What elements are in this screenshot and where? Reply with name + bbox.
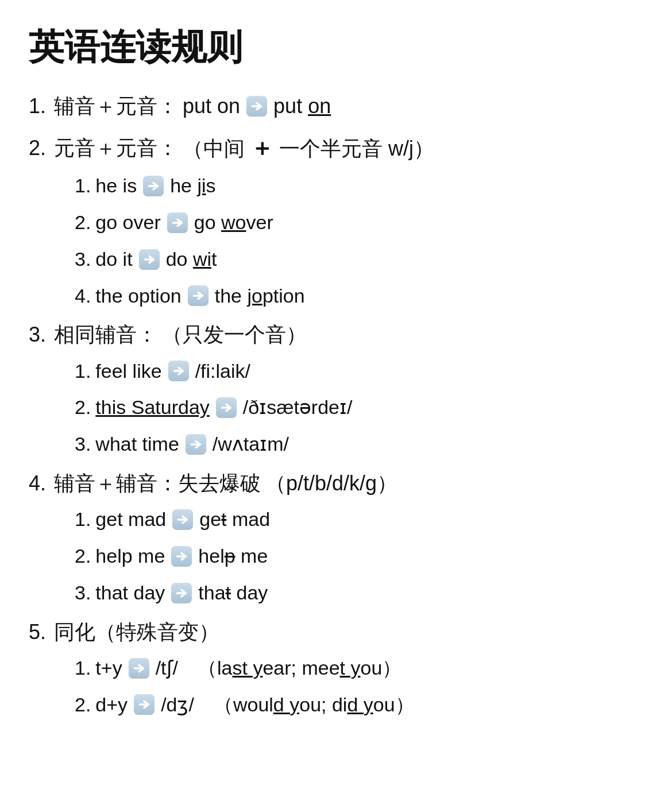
- arrow-icon-4-1: [172, 509, 194, 531]
- rule-4: 4. 辅音＋辅音：失去爆破 （p/t/b/d/k/g） 1. get mad g…: [29, 466, 643, 610]
- rule-2-sub-3: 3. do it do wit: [75, 243, 643, 276]
- rule-1: 1. 辅音＋元音： put on put on: [29, 88, 643, 123]
- arrow-icon-3-2: [215, 397, 237, 419]
- rule-5-sub-list: 1. t+y /tʃ/ （last year; meet you） 2. d+y: [75, 652, 643, 722]
- rule-4-sub-2: 2. help me help me: [75, 540, 643, 573]
- arrow-icon-4-2: [171, 545, 192, 567]
- rule-5: 5. 同化（特殊音变） 1. t+y /tʃ/ （last year; meet…: [29, 614, 643, 722]
- rule-3-sub-list: 1. feel like /fi:laik/ 2. this Saturday: [75, 355, 643, 461]
- page-title: 英语连读规则: [29, 23, 643, 71]
- rule-2: 2. 元音＋元音： （中间 ＋ 一个半元音 w/j） 1. he is he j…: [29, 128, 643, 312]
- arrow-icon-2-3: [138, 249, 160, 270]
- rules-list: 1. 辅音＋元音： put on put on 2. 元音＋元音： （中间: [29, 88, 643, 721]
- rule-4-sub-3: 3. that day that day: [75, 576, 643, 610]
- rule-3: 3. 相同辅音： （只发一个音） 1. feel like /fi:laik/ …: [29, 317, 643, 461]
- rule-4-label: 4. 辅音＋辅音：失去爆破 （p/t/b/d/k/g）: [29, 466, 643, 501]
- rule-2-sub-4: 4. the option the joption: [75, 280, 643, 313]
- rule-5-label: 5. 同化（特殊音变）: [29, 614, 643, 649]
- arrow-icon-2-2: [167, 212, 188, 234]
- arrow-icon-3-1: [168, 360, 190, 382]
- rule-2-label: 2. 元音＋元音： （中间 ＋ 一个半元音 w/j）: [29, 128, 643, 167]
- rule-4-sub-1: 1. get mad get mad: [75, 503, 643, 536]
- arrow-icon-2-4: [187, 285, 209, 307]
- rule-4-sub-list: 1. get mad get mad 2. help me: [75, 503, 643, 609]
- rule-1-label: 1. 辅音＋元音： put on put on: [29, 88, 643, 123]
- rule-2-sub-2: 2. go over go wover: [75, 206, 643, 239]
- rule-5-sub-2: 2. d+y /dʒ/ （would you; did you）: [75, 688, 643, 722]
- arrow-icon-3-3: [185, 434, 207, 455]
- rule-2-sub-1: 1. he is he jis: [75, 169, 643, 203]
- arrow-icon-4-3: [171, 582, 192, 604]
- arrow-icon-2-1: [142, 175, 164, 197]
- rule-3-sub-2: 2. this Saturday /ðɪsætərdeɪ/: [75, 391, 643, 424]
- arrow-icon-5-1: [128, 657, 150, 679]
- rule-3-label: 3. 相同辅音： （只发一个音）: [29, 317, 643, 352]
- arrow-icon-5-2: [133, 694, 155, 715]
- rule-5-sub-1: 1. t+y /tʃ/ （last year; meet you）: [75, 652, 643, 685]
- rule-3-sub-3: 3. what time /wʌtaɪm/: [75, 428, 643, 461]
- rule-3-sub-1: 1. feel like /fi:laik/: [75, 355, 643, 388]
- arrow-icon: [246, 95, 268, 117]
- rule-2-sub-list: 1. he is he jis 2. go over: [75, 169, 643, 312]
